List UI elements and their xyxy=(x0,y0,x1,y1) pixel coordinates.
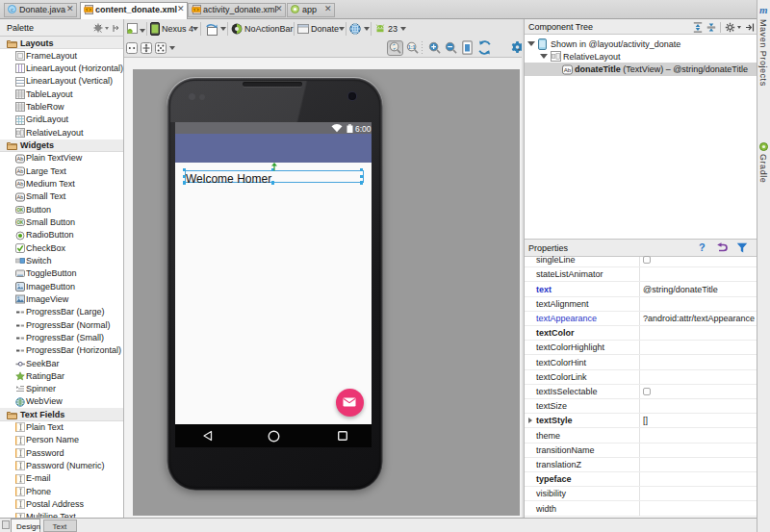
svg-text:OK: OK xyxy=(17,220,25,225)
svg-text:Ab: Ab xyxy=(17,194,24,200)
svg-text:c: c xyxy=(11,7,13,13)
svg-text:Ab: Ab xyxy=(564,66,572,73)
svg-text:Ab: Ab xyxy=(17,181,24,187)
svg-text:OK: OK xyxy=(17,208,25,213)
svg-text:Ab: Ab xyxy=(17,156,24,162)
svg-text:Ab: Ab xyxy=(17,168,24,174)
svg-text:1:1: 1:1 xyxy=(408,44,416,50)
